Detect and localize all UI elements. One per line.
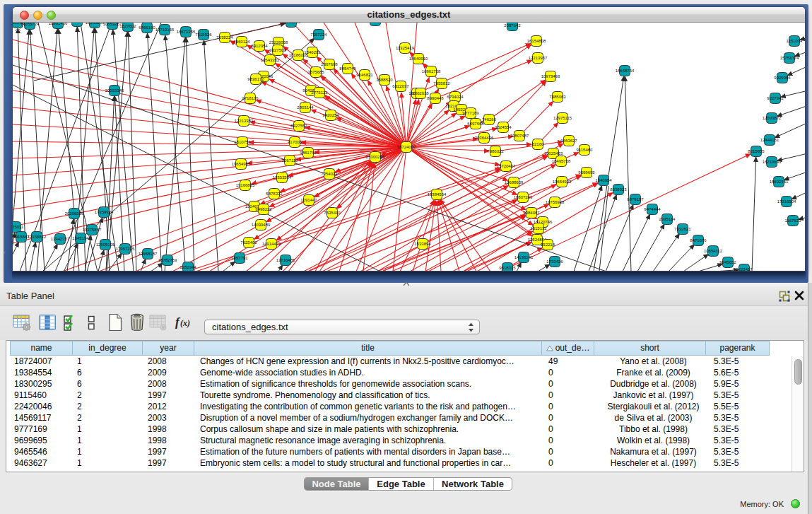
graph-node[interactable]: 9463627 <box>560 136 577 146</box>
graph-node[interactable]: 62160 <box>532 139 544 150</box>
graph-edge[interactable] <box>406 147 526 210</box>
graph-node[interactable]: 18807249 <box>514 192 533 203</box>
graph-edge[interactable] <box>775 105 805 138</box>
graph-node[interactable]: 18640910 <box>409 54 428 64</box>
graph-node[interactable]: 7357224 <box>310 30 327 40</box>
graph-edge[interactable] <box>43 244 57 271</box>
graph-nodes[interactable]: 1965424140557242089140618265823195652831… <box>13 23 803 271</box>
graph-edge[interactable] <box>148 33 163 271</box>
graph-node[interactable]: 10654112 <box>704 246 723 257</box>
graph-edge[interactable] <box>278 265 283 271</box>
graph-edge[interactable] <box>315 163 372 271</box>
graph-node[interactable]: 15751074 <box>780 53 799 64</box>
delete-table-button[interactable] <box>149 313 167 334</box>
graph-edge[interactable] <box>13 242 19 271</box>
table-row[interactable]: 1938455462009Genome-wide association stu… <box>10 367 774 378</box>
column-header-short[interactable]: short <box>594 341 706 356</box>
graph-edge[interactable] <box>519 101 553 136</box>
graph-edge[interactable] <box>594 76 624 271</box>
graph-node[interactable]: 8471676 <box>690 235 707 246</box>
graph-node[interactable]: 6322037 <box>392 81 409 92</box>
graph-node[interactable]: 16671355 <box>177 27 196 37</box>
graph-edge[interactable] <box>777 144 805 160</box>
graph-node[interactable]: 2718176 <box>242 93 259 104</box>
graph-node[interactable]: 1610755 <box>234 137 251 148</box>
left-panel-collapse-caret[interactable]: ‹ <box>4 249 6 256</box>
table-row[interactable]: 2242004622012Investigating the contribut… <box>10 401 774 412</box>
graph-edge[interactable] <box>393 147 406 271</box>
graph-node[interactable]: 12505195 <box>96 240 115 250</box>
graph-node[interactable]: 14136141 <box>514 252 534 263</box>
graph-edge[interactable] <box>589 195 616 271</box>
graph-edge[interactable] <box>503 81 546 127</box>
float-panel-icon[interactable] <box>779 291 790 302</box>
graph-edge[interactable] <box>223 262 235 271</box>
graph-edge[interactable] <box>792 166 805 199</box>
graph-edge[interactable] <box>196 156 548 271</box>
graph-node[interactable]: 1588520 <box>376 75 393 86</box>
column-header-in-degree[interactable]: in_degree <box>72 341 143 356</box>
graph-node[interactable]: 16053809 <box>282 23 301 28</box>
graph-edge[interactable] <box>128 32 136 271</box>
table-row[interactable]: 1456911722003Disruption of a novel membe… <box>10 412 774 424</box>
graph-edge[interactable] <box>623 214 650 271</box>
column-header-out-de-[interactable]: out_de… <box>541 341 594 356</box>
graph-node[interactable]: 10958187 <box>139 249 158 259</box>
graph-node[interactable]: 17359924 <box>95 207 114 218</box>
new-file-button[interactable] <box>107 313 123 334</box>
graph-edge[interactable] <box>625 76 631 271</box>
graph-edge[interactable] <box>187 168 500 271</box>
graph-node[interactable]: 1640954 <box>595 175 612 186</box>
graph-node[interactable]: 7515526 <box>195 30 212 40</box>
graph-edge[interactable] <box>204 40 219 271</box>
graph-edge[interactable] <box>98 250 104 271</box>
show-columns-button[interactable] <box>38 313 57 334</box>
table-row[interactable]: 911546021997Tourette syndrome. Phenomeno… <box>10 390 774 401</box>
graph-node[interactable]: 3624554 <box>495 122 512 133</box>
table-row[interactable]: 946554611997Estimation of the future num… <box>10 446 774 457</box>
graph-node[interactable]: 19654985 <box>232 159 251 170</box>
tab-node-table[interactable]: Node Table <box>305 478 368 490</box>
graph-edge[interactable] <box>452 231 533 271</box>
graph-node[interactable]: 9245652 <box>719 257 736 268</box>
column-header-pagerank[interactable]: pagerank <box>705 341 770 356</box>
graph-node[interactable]: 7986322 <box>487 146 504 157</box>
graph-node[interactable]: 13716485 <box>276 255 295 266</box>
graph-node[interactable]: 8454749 <box>339 64 356 74</box>
row-height-button[interactable] <box>88 313 95 334</box>
graph-edge[interactable] <box>489 80 546 119</box>
graph-node[interactable]: 14914479 <box>262 239 281 250</box>
graph-node[interactable]: 9699695 <box>578 168 595 178</box>
tab-network-table[interactable]: Network Table <box>433 478 512 490</box>
graph-edge[interactable] <box>799 202 805 219</box>
graph-node[interactable]: 12444151 <box>760 135 779 146</box>
table-row[interactable]: 969969511998Structural magnetic resonanc… <box>10 435 774 446</box>
graph-node[interactable]: 9420254 <box>322 110 339 121</box>
tab-edge-table[interactable]: Edge Table <box>368 478 433 490</box>
network-window-titlebar[interactable]: citations_edges.txt <box>13 7 805 23</box>
graph-node[interactable]: 5878332 <box>266 189 283 199</box>
graph-node[interactable]: 19565283 <box>86 23 105 28</box>
graph-edge[interactable] <box>406 102 451 148</box>
graph-node[interactable]: 14055724 <box>20 23 40 30</box>
graph-node[interactable]: 417006 <box>288 137 302 148</box>
graph-node[interactable]: 17016504 <box>777 197 796 207</box>
network-window[interactable]: citations_edges.txt 19654241405572420891… <box>12 6 806 271</box>
column-header-year[interactable]: year <box>142 341 194 356</box>
graph-edge[interactable] <box>800 23 805 40</box>
graph-node[interactable]: 12975115 <box>553 113 572 124</box>
graph-node[interactable]: 19654923 <box>553 177 572 187</box>
graph-edge[interactable] <box>455 45 531 97</box>
graph-node[interactable]: 18265823 <box>68 23 87 27</box>
graph-node[interactable]: 746266 <box>482 115 497 125</box>
column-header-title[interactable]: title <box>194 341 542 356</box>
graph-node[interactable]: 16648764 <box>616 66 635 76</box>
graph-node[interactable]: 16154808 <box>527 36 546 47</box>
table-settings-button[interactable] <box>13 313 31 334</box>
graph-node[interactable]: 9315011 <box>13 222 24 233</box>
graph-edge[interactable] <box>538 264 550 271</box>
graph-edge[interactable] <box>752 157 756 271</box>
graph-node[interactable]: 252214 <box>541 240 555 250</box>
window-minimize-button[interactable] <box>33 11 42 20</box>
graph-edge[interactable] <box>151 263 163 271</box>
